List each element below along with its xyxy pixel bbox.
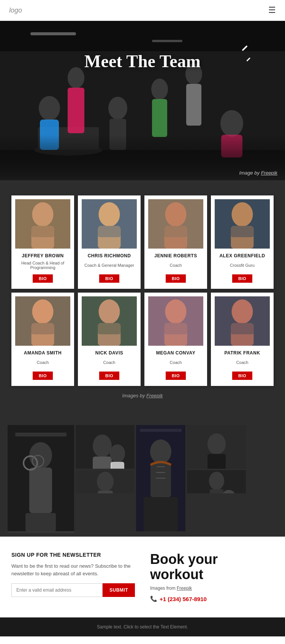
collage-section bbox=[0, 414, 285, 537]
svg-rect-9 bbox=[68, 88, 84, 133]
svg-point-8 bbox=[68, 67, 84, 88]
svg-point-6 bbox=[39, 96, 60, 120]
team-card: JENNIE ROBERTSCoachBIO bbox=[144, 195, 207, 289]
bio-button[interactable]: BIO bbox=[99, 274, 119, 283]
svg-point-47 bbox=[165, 299, 187, 324]
team-card: ALEX GREENFIELDCrossfit GuruBIO bbox=[211, 195, 274, 289]
svg-rect-65 bbox=[111, 462, 124, 469]
svg-point-71 bbox=[150, 439, 171, 464]
team-member-role: Coach bbox=[170, 260, 182, 271]
svg-rect-63 bbox=[93, 457, 112, 469]
svg-point-23 bbox=[32, 202, 54, 227]
book-section: Book your workout Images from Freepik 📞 … bbox=[150, 552, 274, 602]
phone-icon: 📞 bbox=[150, 595, 157, 602]
svg-rect-57 bbox=[29, 468, 52, 513]
bio-button[interactable]: BIO bbox=[232, 372, 252, 380]
svg-rect-49 bbox=[165, 323, 187, 334]
svg-rect-29 bbox=[98, 226, 121, 237]
svg-rect-45 bbox=[98, 323, 121, 334]
hero-bg-svg bbox=[0, 21, 285, 180]
team-card: CHRIS RICHMONDCoach & General ManagerBIO bbox=[78, 195, 141, 289]
team-member-role: Coach bbox=[236, 357, 249, 368]
team-card: JEFFREY BROWNHead Coach & Head of Progra… bbox=[11, 195, 74, 289]
hero-background bbox=[0, 21, 285, 180]
hero-section: Meet The Team Image by Freepik bbox=[0, 21, 285, 180]
collage-grid bbox=[8, 425, 277, 533]
menu-icon[interactable]: ☰ bbox=[268, 5, 276, 15]
book-images-credit: Images from Freepik bbox=[150, 586, 274, 591]
svg-point-64 bbox=[110, 444, 125, 463]
email-input[interactable] bbox=[11, 583, 103, 597]
team-photo bbox=[148, 199, 203, 249]
newsletter-body: Want to be the first to read our news? S… bbox=[11, 562, 135, 577]
team-member-role: Coach bbox=[37, 357, 49, 368]
team-card: AMANDA SMITHCoachBIO bbox=[11, 293, 74, 386]
team-photo bbox=[215, 296, 270, 346]
svg-point-67 bbox=[97, 472, 114, 491]
email-form: SUBMIT bbox=[11, 583, 135, 597]
book-heading: Book your workout bbox=[150, 552, 274, 582]
collage-image-3 bbox=[76, 470, 135, 493]
team-grid: JEFFREY BROWNHead Coach & Head of Progra… bbox=[11, 195, 274, 386]
svg-rect-15 bbox=[186, 84, 201, 126]
team-photo bbox=[15, 296, 70, 346]
bio-button[interactable]: BIO bbox=[166, 274, 186, 283]
svg-rect-41 bbox=[32, 323, 54, 334]
collage-image-2 bbox=[76, 425, 135, 469]
svg-rect-25 bbox=[32, 226, 54, 237]
svg-point-12 bbox=[151, 79, 168, 100]
newsletter-heading: SIGN UP FOR THE NEWSLETTER bbox=[11, 552, 135, 558]
svg-point-16 bbox=[220, 110, 243, 137]
bio-button[interactable]: BIO bbox=[99, 372, 119, 380]
team-card: PATRIK FRANKCoachBIO bbox=[211, 293, 274, 386]
svg-rect-13 bbox=[152, 99, 167, 137]
svg-rect-53 bbox=[231, 323, 254, 334]
svg-point-10 bbox=[108, 97, 127, 120]
team-member-name: JEFFREY BROWN bbox=[22, 253, 63, 258]
team-member-role: Crossfit Guru bbox=[230, 260, 255, 271]
svg-rect-79 bbox=[207, 454, 226, 469]
svg-point-31 bbox=[165, 202, 187, 227]
phone-link[interactable]: 📞 +1 (234) 567-8910 bbox=[150, 595, 274, 602]
svg-point-43 bbox=[99, 299, 120, 324]
svg-point-39 bbox=[32, 299, 54, 324]
collage-image-5 bbox=[187, 425, 246, 469]
svg-rect-33 bbox=[165, 226, 187, 237]
footer-text: Sample text. Click to select the Text El… bbox=[97, 624, 188, 630]
team-photo bbox=[148, 296, 203, 346]
svg-point-62 bbox=[93, 435, 112, 457]
team-member-role: Coach bbox=[103, 357, 116, 368]
team-photo bbox=[15, 199, 70, 249]
svg-rect-58 bbox=[25, 513, 56, 531]
collage-image-4 bbox=[136, 425, 185, 531]
team-photo bbox=[82, 296, 137, 346]
svg-rect-68 bbox=[98, 491, 113, 493]
svg-point-27 bbox=[99, 202, 120, 227]
svg-point-51 bbox=[232, 299, 253, 324]
bio-button[interactable]: BIO bbox=[232, 274, 252, 283]
svg-rect-82 bbox=[210, 489, 223, 493]
images-credit: Images by Freepik bbox=[11, 393, 274, 398]
bio-button[interactable]: BIO bbox=[166, 372, 186, 380]
team-card: NICK DAVISCoachBIO bbox=[78, 293, 141, 386]
team-member-name: ALEX GREENFIELD bbox=[219, 253, 265, 258]
navbar: logo ☰ bbox=[0, 0, 285, 21]
phone-number: +1 (234) 567-8910 bbox=[160, 596, 207, 602]
bio-button[interactable]: BIO bbox=[33, 372, 53, 380]
bio-button[interactable]: BIO bbox=[33, 274, 53, 283]
logo: logo bbox=[9, 6, 22, 14]
team-member-role: Coach bbox=[170, 357, 182, 368]
hero-credit: Image by Freepik bbox=[239, 170, 277, 176]
svg-rect-70 bbox=[140, 429, 182, 432]
team-member-role: Coach & General Manager bbox=[84, 260, 134, 271]
collage-image-6 bbox=[187, 470, 246, 493]
submit-button[interactable]: SUBMIT bbox=[103, 583, 135, 597]
bottom-section: SIGN UP FOR THE NEWSLETTER Want to be th… bbox=[0, 537, 285, 617]
team-member-name: PATRIK FRANK bbox=[224, 350, 260, 356]
svg-rect-72 bbox=[150, 463, 171, 497]
svg-rect-55 bbox=[15, 433, 66, 436]
team-photo bbox=[215, 199, 270, 249]
svg-rect-37 bbox=[231, 226, 254, 237]
collage-image-1 bbox=[8, 425, 74, 533]
footer: Sample text. Click to select the Text El… bbox=[0, 617, 285, 636]
